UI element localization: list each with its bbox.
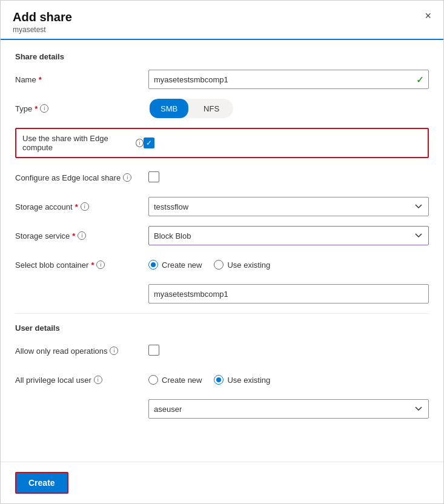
name-row: Name * ✓ xyxy=(15,70,429,89)
blob-container-radio-group: Create new Use existing xyxy=(148,260,429,270)
privilege-use-existing-radio-inner xyxy=(216,377,221,382)
dialog-footer: Create xyxy=(1,462,443,503)
read-only-checkbox[interactable] xyxy=(148,345,159,356)
storage-service-select-wrapper: Block Blob xyxy=(148,226,429,245)
edge-compute-info-icon: i xyxy=(136,139,144,147)
smb-option[interactable]: SMB xyxy=(150,99,188,118)
privilege-user-info-icon: i xyxy=(94,376,102,384)
storage-account-info-icon: i xyxy=(81,202,89,211)
blob-create-new-option[interactable]: Create new xyxy=(148,260,202,270)
blob-create-new-label: Create new xyxy=(162,260,202,270)
smb-nfs-toggle[interactable]: SMB NFS xyxy=(148,99,233,118)
storage-service-row: Storage service * i Block Blob xyxy=(15,226,429,245)
dialog-subtitle: myasetest xyxy=(13,25,72,34)
edge-compute-row: Use the share with Edge compute i ✓ xyxy=(15,128,429,158)
user-details-section-title: User details xyxy=(15,323,429,333)
storage-account-select-wrapper: testssflow xyxy=(148,197,429,216)
edge-compute-checkmark: ✓ xyxy=(146,139,152,147)
name-input[interactable] xyxy=(148,70,429,89)
privilege-user-label: All privilege local user i xyxy=(15,376,148,385)
privilege-create-new-radio[interactable] xyxy=(148,375,158,385)
user-select-row: aseuser xyxy=(15,399,429,419)
storage-account-row: Storage account * i testssflow xyxy=(15,197,429,216)
blob-container-row: Select blob container * i Create new Use… xyxy=(15,255,429,274)
blob-create-new-radio-inner xyxy=(151,262,156,267)
name-input-wrapper: ✓ xyxy=(148,70,429,89)
storage-account-label: Storage account * i xyxy=(15,202,148,211)
configure-local-checkbox-wrapper xyxy=(148,171,429,184)
privilege-create-new-label: Create new xyxy=(162,376,202,385)
dialog-title: Add share xyxy=(13,10,72,24)
storage-service-required-star: * xyxy=(72,231,75,240)
type-toggle-group: SMB NFS xyxy=(148,99,429,118)
blob-container-required-star: * xyxy=(91,260,94,270)
type-required-star: * xyxy=(35,104,38,113)
dialog-header: Add share myasetest × xyxy=(1,1,443,40)
blob-container-name-wrapper xyxy=(148,284,429,303)
storage-service-label: Storage service * i xyxy=(15,231,148,240)
type-label: Type * i xyxy=(15,104,148,113)
blob-container-options: Create new Use existing xyxy=(148,260,429,270)
create-button[interactable]: Create xyxy=(15,472,68,494)
privilege-use-existing-radio[interactable] xyxy=(214,375,224,385)
privilege-create-new-option[interactable]: Create new xyxy=(148,375,202,385)
read-only-row: Allow only read operations i xyxy=(15,341,429,360)
configure-local-checkbox[interactable] xyxy=(148,171,159,182)
configure-local-label: Configure as Edge local share i xyxy=(15,173,148,182)
privilege-use-existing-label: Use existing xyxy=(227,376,270,385)
edge-compute-label: Use the share with Edge compute i xyxy=(22,134,144,152)
read-only-checkbox-wrapper xyxy=(148,345,429,357)
storage-account-required-star: * xyxy=(75,202,78,211)
edge-compute-checkbox-wrapper: ✓ xyxy=(144,138,422,148)
blob-use-existing-option[interactable]: Use existing xyxy=(214,260,270,270)
read-only-label: Allow only read operations i xyxy=(15,346,148,356)
privilege-user-row: All privilege local user i Create new Us… xyxy=(15,370,429,390)
edge-compute-checkbox[interactable]: ✓ xyxy=(144,138,154,148)
storage-service-info-icon: i xyxy=(78,231,86,240)
read-only-info-icon: i xyxy=(110,346,118,355)
type-row: Type * i SMB NFS xyxy=(15,99,429,118)
share-details-section-title: Share details xyxy=(15,52,429,61)
type-info-icon: i xyxy=(40,104,48,113)
dialog-title-area: Add share myasetest xyxy=(13,10,72,34)
privilege-user-radio-group: Create new Use existing xyxy=(148,375,429,385)
configure-local-row: Configure as Edge local share i xyxy=(15,168,429,187)
user-select[interactable]: aseuser xyxy=(148,399,429,419)
blob-container-name-row xyxy=(15,284,429,303)
blob-create-new-radio[interactable] xyxy=(148,260,158,270)
storage-account-select[interactable]: testssflow xyxy=(148,197,429,216)
dialog-body: Share details Name * ✓ Type * i SMB NF xyxy=(1,40,443,462)
name-valid-icon: ✓ xyxy=(416,74,424,85)
blob-container-label: Select blob container * i xyxy=(15,260,148,270)
close-button[interactable]: × xyxy=(425,10,431,21)
privilege-user-options: Create new Use existing xyxy=(148,375,429,385)
name-required-star: * xyxy=(39,75,42,84)
blob-container-info-icon: i xyxy=(96,260,105,269)
section-divider xyxy=(15,313,429,314)
blob-use-existing-radio[interactable] xyxy=(214,260,224,270)
blob-use-existing-label: Use existing xyxy=(227,260,270,270)
name-label: Name * xyxy=(15,75,148,84)
add-share-dialog: Add share myasetest × Share details Name… xyxy=(0,0,444,504)
storage-service-select[interactable]: Block Blob xyxy=(148,226,429,245)
blob-container-name-input[interactable] xyxy=(148,284,429,303)
nfs-option[interactable]: NFS xyxy=(190,99,233,118)
user-select-wrapper: aseuser xyxy=(148,399,429,419)
configure-local-info-icon: i xyxy=(123,173,131,182)
privilege-use-existing-option[interactable]: Use existing xyxy=(214,375,270,385)
